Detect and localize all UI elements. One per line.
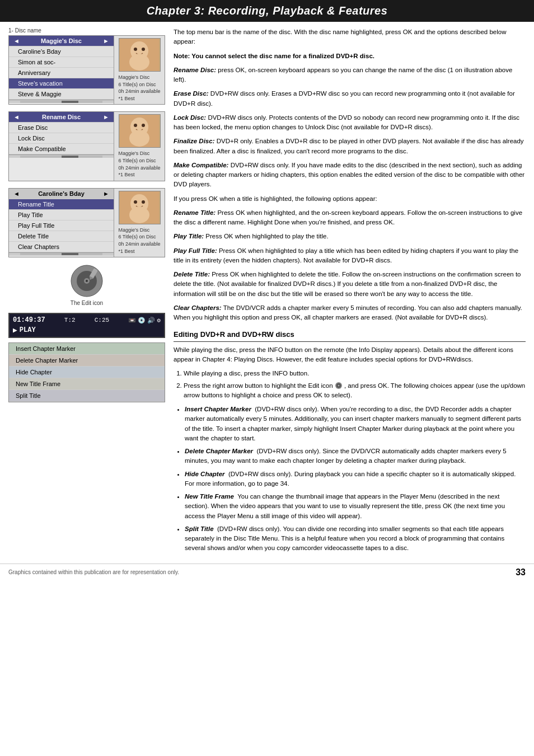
title-press-text: If you press OK when a title is highligh… <box>174 194 526 204</box>
svg-point-8 <box>142 124 145 127</box>
baby-photo-svg-1 <box>120 39 159 71</box>
disc-sidebar-3: Maggie's Disc 6 Title(s) on Disc 0h 24mi… <box>114 189 165 257</box>
scrollbar-track-3 <box>20 253 102 255</box>
split-title-item: Split Title (DVD+RW discs only). You can… <box>185 524 526 553</box>
play-full-title-term: Play Full Title: <box>174 247 217 254</box>
delete-title-text: Press OK when highlighted to delete the … <box>174 271 521 297</box>
finalize-disc-text: DVD+R only. Enables a DVD+R disc to be p… <box>174 138 524 154</box>
cassette-icon: 📼 <box>128 317 136 324</box>
title-menu: ◄ Caroline's Bday ► Rename Title Play Ti… <box>8 188 165 257</box>
baby-photo-2 <box>119 114 161 148</box>
disc-menu-item-4[interactable]: Steve's vacation <box>9 78 114 89</box>
scrollbar-3[interactable] <box>9 252 114 256</box>
scrollbar-thumb-2 <box>62 156 78 158</box>
disc-menu2-item-1[interactable]: Erase Disc <box>9 123 114 133</box>
svg-point-23 <box>338 385 339 387</box>
svg-point-2 <box>134 48 137 51</box>
title-menu-item-2[interactable]: Play Title <box>9 210 114 220</box>
scrollbar-thumb-3 <box>62 253 78 255</box>
play-title-paragraph: Play Title: Press OK when highlighted to… <box>174 232 526 241</box>
edit-menu-hide-chapter[interactable]: Hide Chapter <box>9 367 165 378</box>
disc-menu-item-1[interactable]: Caroline's Bday <box>9 46 114 57</box>
baby-photo-svg-3 <box>120 191 159 224</box>
scrollbar-thumb-1 <box>62 101 78 103</box>
disc-info-2: Maggie's Disc 6 Title(s) on Disc 0h 24mi… <box>118 150 160 178</box>
playback-top-row: 01:49:37 T:2 C:25 📼 💿 🔊 ⚙ <box>13 316 161 324</box>
disc-menu-2: ◄ Rename Disc ► Erase Disc Lock Disc Mak… <box>8 111 165 181</box>
disc-menu2-item-2[interactable]: Lock Disc <box>9 133 114 144</box>
scrollbar-track-1 <box>20 101 102 103</box>
scrollbar-2[interactable] <box>9 154 114 158</box>
intro-paragraph: The top menu bar is the name of the disc… <box>174 27 526 47</box>
scrollbar-1[interactable] <box>9 100 114 103</box>
disc-sidebar-1: Maggie's Disc 6 Title(s) on Disc 0h 24mi… <box>114 36 165 104</box>
edit-menu-split-title[interactable]: Split Title <box>9 390 165 402</box>
split-title-text: (DVD+RW discs only). You can divide one … <box>185 525 504 552</box>
edit-icon-section: The Edit icon <box>8 264 165 306</box>
step2-text: Press the right arrow button to highligh… <box>184 382 333 389</box>
footer-note: Graphics contained within this publicati… <box>8 569 179 575</box>
left-column: 1- Disc name ◄ Maggie's Disc ► Caroline'… <box>8 27 165 558</box>
arrow-right-icon: ► <box>103 37 109 44</box>
play-title-text: Press OK when highlighted to play the ti… <box>205 233 328 240</box>
lock-disc-text: DVD+RW discs only. Protects contents of … <box>174 114 519 130</box>
delete-title-paragraph: Delete Title: Press OK when highlighted … <box>174 270 526 299</box>
delete-ch-term: Delete Chapter Marker <box>185 448 253 454</box>
disc-menu-list-1: ◄ Maggie's Disc ► Caroline's Bday Simon … <box>9 36 114 104</box>
settings-icon: ⚙ <box>157 317 161 324</box>
editing-step-1: While playing a disc, press the INFO but… <box>184 369 526 378</box>
edit-menu-insert-chapter[interactable]: Insert Chapter Marker <box>9 343 165 355</box>
rename-title-term: Rename Title: <box>174 209 216 216</box>
new-title-item: New Title Frame You can change the thumb… <box>185 492 526 521</box>
disc-sidebar-2: Maggie's Disc 6 Title(s) on Disc 0h 24mi… <box>114 112 165 180</box>
svg-point-13 <box>142 200 145 204</box>
edit-menu-delete-chapter[interactable]: Delete Chapter Marker <box>9 355 165 367</box>
lock-disc-paragraph: Lock Disc: DVD+RW discs only. Protects c… <box>174 113 526 133</box>
split-title-term: Split Title <box>185 525 214 532</box>
title-menu-item-3[interactable]: Play Full Title <box>9 220 114 231</box>
disc-menu-top-item-1[interactable]: ◄ Maggie's Disc ► <box>9 36 114 46</box>
disc-menu-item-2[interactable]: Simon at soc- <box>9 57 114 68</box>
title-menu-item-5[interactable]: Clear Chapters <box>9 242 114 252</box>
finalize-disc-paragraph: Finalize Disc: DVD+R only. Enables a DVD… <box>174 137 526 156</box>
playback-track: T:2 <box>64 317 76 323</box>
disc-info-1: Maggie's Disc 6 Title(s) on Disc 0h 24mi… <box>118 74 160 102</box>
section-label-disc: 1- Disc name <box>8 27 165 34</box>
make-compatible-paragraph: Make Compatible: DVD+RW discs only. If y… <box>174 161 526 190</box>
title-menu-item-4[interactable]: Delete Title <box>9 231 114 242</box>
note-paragraph: Note: You cannot select the disc name fo… <box>174 51 526 61</box>
svg-point-3 <box>142 48 145 51</box>
chapter-header: Chapter 3: Recording, Playback & Feature… <box>0 0 534 22</box>
playback-chapter: C:25 <box>95 317 109 323</box>
disc-menu-item-5[interactable]: Steve & Maggie <box>9 89 114 100</box>
title-menu-item-1[interactable]: Rename Title <box>9 199 114 210</box>
disc-menu-item-3[interactable]: Anniversary <box>9 68 114 78</box>
insert-ch-item: Insert Chapter Marker (DVD+RW discs only… <box>185 405 526 443</box>
hide-ch-term: Hide Chapter <box>185 471 225 477</box>
svg-point-7 <box>134 124 137 127</box>
play-title-term: Play Title: <box>174 233 204 240</box>
scrollbar-track-2 <box>20 156 102 158</box>
make-compatible-term: Make Compatible: <box>174 162 228 168</box>
playback-icons: 📼 💿 🔊 ⚙ <box>128 317 161 324</box>
title-menu-top-item[interactable]: ◄ Caroline's Bday ► <box>9 189 114 199</box>
play-full-title-paragraph: Play Full Title: Press OK when highlight… <box>174 246 526 266</box>
right-column: The top menu bar is the name of the disc… <box>174 27 526 558</box>
arrow-left-icon-2: ◄ <box>13 114 20 120</box>
baby-photo-svg-2 <box>120 115 159 147</box>
playback-time: 01:49:37 <box>13 316 45 324</box>
page-number: 33 <box>516 567 526 577</box>
edit-disc-icon <box>70 264 104 298</box>
edit-menu-new-title-frame[interactable]: New Title Frame <box>9 378 165 390</box>
rename-disc-term: Rename Disc: <box>174 67 216 73</box>
svg-point-12 <box>134 200 137 204</box>
title-menu-list: ◄ Caroline's Bday ► Rename Title Play Ti… <box>9 189 114 257</box>
baby-photo-1 <box>119 38 161 72</box>
disc-menu2-item-3[interactable]: Make Compatible <box>9 144 114 154</box>
arrow-left-icon-3: ◄ <box>13 190 20 197</box>
speaker-icon: 🔊 <box>147 317 155 324</box>
arrow-right-icon-3: ► <box>103 190 109 197</box>
disc-menu-top-item-2[interactable]: ◄ Rename Disc ► <box>9 112 114 123</box>
edit-menu-box: Insert Chapter Marker Delete Chapter Mar… <box>8 342 165 402</box>
editing-options-list: Insert Chapter Marker (DVD+RW discs only… <box>185 405 526 553</box>
